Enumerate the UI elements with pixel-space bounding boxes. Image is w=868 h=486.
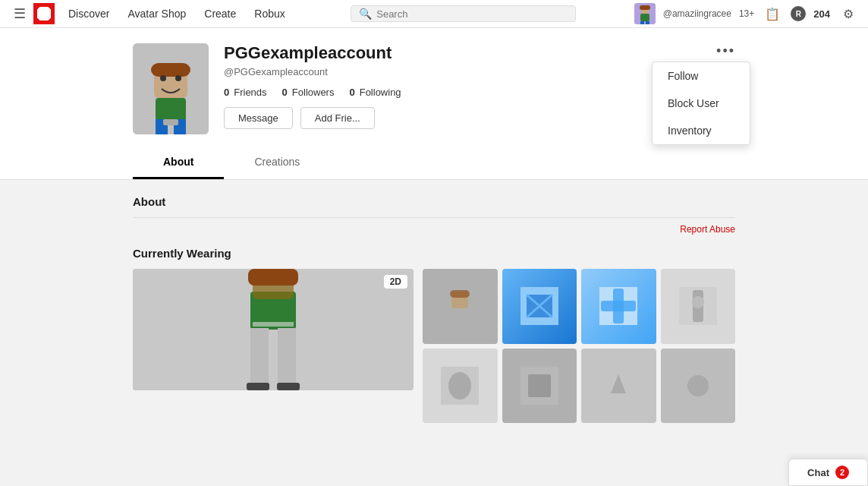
friends-label: Friends [234, 87, 266, 98]
svg-rect-40 [528, 374, 551, 397]
item-image-7 [599, 367, 637, 405]
settings-icon[interactable]: ⚙ [838, 3, 859, 24]
svg-rect-11 [151, 63, 190, 77]
badge-2d: 2D [384, 275, 407, 289]
svg-rect-3 [640, 14, 649, 21]
svg-rect-2 [640, 5, 650, 10]
main-content: About Report Abuse Currently Wearing 2D [0, 180, 868, 446]
user-avatar-icon [634, 3, 656, 24]
svg-rect-19 [250, 328, 269, 390]
item-thumb-4[interactable] [661, 269, 736, 344]
about-divider [133, 217, 735, 218]
search-icon: 🔍 [359, 8, 372, 20]
svg-rect-33 [601, 301, 636, 311]
profile-stats: 0 Friends 0 Followers 0 Following [224, 87, 720, 98]
item-thumb-7[interactable] [581, 349, 656, 424]
friends-stat: 0 Friends [224, 87, 267, 98]
nav-username: @amaziingracee [663, 8, 731, 19]
nav-age-tag: 13+ [739, 8, 754, 19]
message-button[interactable]: Message [224, 107, 293, 129]
item-image-6 [520, 367, 558, 405]
nav-create[interactable]: Create [197, 5, 244, 23]
dropdown-menu: Follow Block User Inventory [652, 62, 750, 145]
item-image-5 [441, 367, 479, 405]
report-abuse-link[interactable]: Report Abuse [133, 224, 735, 235]
item-image-3 [599, 287, 637, 325]
search-bar: 🔍 [351, 5, 576, 22]
followers-count: 0 [282, 87, 288, 98]
user-avatar-mini[interactable] [634, 3, 656, 24]
tab-about[interactable]: About [133, 147, 224, 179]
svg-rect-7 [156, 98, 186, 121]
svg-rect-22 [277, 383, 300, 390]
item-thumb-1[interactable] [423, 269, 498, 344]
svg-point-12 [160, 75, 166, 81]
nav-right-section: @amaziingracee 13+ 📋 R 204 ⚙ [634, 3, 859, 24]
item-image-1 [441, 287, 479, 325]
profile-info: PGGexampleaccount @PGGexampleaccount 0 F… [224, 43, 720, 129]
dropdown-inventory[interactable]: Inventory [653, 117, 750, 144]
svg-rect-23 [253, 322, 294, 327]
chat-badge: 2 [835, 465, 849, 479]
items-grid [423, 269, 735, 423]
roblox-logo-icon [37, 7, 51, 21]
avatar-2d-box: 2D [133, 269, 414, 390]
tabs-bar: About Creations [0, 147, 868, 180]
item-image-8 [679, 367, 717, 405]
add-friend-button[interactable]: Add Frie... [300, 107, 375, 129]
svg-rect-4 [640, 21, 644, 24]
tab-creations[interactable]: Creations [224, 147, 330, 179]
hamburger-icon: ☰ [14, 5, 26, 22]
svg-rect-5 [646, 21, 649, 24]
about-title: About [133, 195, 735, 208]
avatar-2d-image [133, 269, 414, 390]
svg-rect-26 [450, 290, 470, 298]
nav-avatar-shop[interactable]: Avatar Shop [120, 5, 193, 23]
item-thumb-6[interactable] [502, 349, 577, 424]
item-thumb-5[interactable] [423, 349, 498, 424]
robux-icon: R [791, 6, 806, 21]
followers-label: Followers [292, 87, 335, 98]
svg-rect-21 [247, 383, 269, 390]
robux-amount[interactable]: 204 [813, 8, 830, 20]
item-image-2 [520, 287, 558, 325]
wearing-container: 2D [133, 269, 735, 423]
following-stat[interactable]: 0 Following [349, 87, 401, 98]
chat-button[interactable]: Chat 2 [788, 459, 868, 486]
svg-point-13 [175, 75, 181, 81]
item-thumb-8[interactable] [661, 349, 736, 424]
roblox-logo[interactable] [33, 3, 55, 24]
item-thumb-2[interactable] [502, 269, 577, 344]
item-image-4 [679, 287, 717, 325]
item-thumb-3[interactable] [581, 269, 656, 344]
svg-point-43 [687, 375, 709, 396]
notifications-icon[interactable]: 📋 [762, 3, 783, 24]
friends-count: 0 [224, 87, 229, 98]
more-options-button[interactable]: ••• [716, 43, 735, 59]
dropdown-block-user[interactable]: Block User [653, 90, 750, 117]
profile-section: PGGexampleaccount @PGGexampleaccount 0 F… [0, 28, 868, 147]
profile-avatar [133, 43, 209, 134]
following-label: Following [360, 87, 401, 98]
top-nav: ☰ Discover Avatar Shop Create Robux 🔍 @a… [0, 0, 868, 28]
svg-rect-20 [278, 328, 296, 390]
profile-avatar-image [133, 43, 209, 134]
profile-display-name: PGGexampleaccount [224, 43, 720, 63]
nav-robux[interactable]: Robux [247, 5, 292, 23]
profile-actions: Message Add Frie... [224, 107, 720, 129]
chat-label: Chat [807, 467, 829, 478]
dropdown-follow[interactable]: Follow [653, 62, 750, 90]
currently-wearing-title: Currently Wearing [133, 247, 735, 260]
svg-rect-18 [248, 269, 298, 286]
svg-point-38 [448, 372, 471, 399]
search-input[interactable] [376, 8, 568, 20]
profile-header: PGGexampleaccount @PGGexampleaccount 0 F… [133, 43, 735, 147]
followers-stat[interactable]: 0 Followers [282, 87, 335, 98]
profile-handle: @PGGexampleaccount [224, 66, 720, 77]
hamburger-menu[interactable]: ☰ [9, 3, 30, 24]
svg-rect-14 [163, 119, 178, 125]
svg-point-36 [692, 296, 704, 308]
following-count: 0 [349, 87, 354, 98]
nav-discover[interactable]: Discover [61, 5, 117, 23]
